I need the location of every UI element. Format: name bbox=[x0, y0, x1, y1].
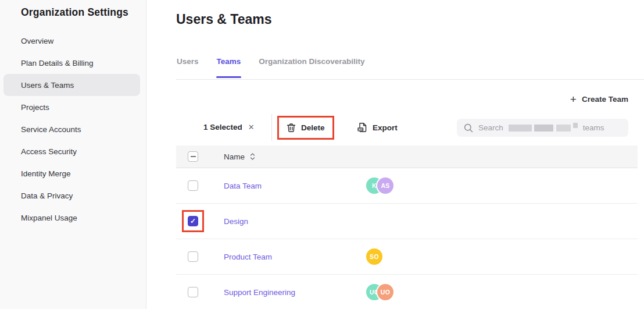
sidebar: Organization Settings OverviewPlan Detai… bbox=[0, 0, 146, 309]
sidebar-item-access-security[interactable]: Access Security bbox=[3, 140, 140, 162]
name-column-header: Name bbox=[224, 152, 245, 161]
sidebar-item-users-teams[interactable]: Users & Teams bbox=[3, 74, 140, 96]
row-checkbox[interactable] bbox=[188, 180, 198, 191]
row-checkbox[interactable] bbox=[188, 287, 198, 297]
clear-selection-icon[interactable]: ✕ bbox=[248, 123, 255, 132]
plus-icon: + bbox=[570, 95, 577, 104]
table-row: Data TeamKAS bbox=[176, 168, 638, 204]
sidebar-title: Organization Settings bbox=[0, 0, 146, 19]
csv-file-icon: csv bbox=[357, 122, 367, 133]
sidebar-item-label: Users & Teams bbox=[21, 81, 74, 90]
checkbox-cell bbox=[176, 251, 210, 262]
sidebar-item-label: Projects bbox=[21, 103, 49, 112]
selected-count: 1 Selected bbox=[203, 123, 242, 132]
export-button[interactable]: csv Export bbox=[350, 118, 405, 137]
main-content: Users & Teams UsersTeamsOrganization Dis… bbox=[146, 0, 644, 309]
sidebar-item-projects[interactable]: Projects bbox=[3, 96, 140, 118]
table-row: Design bbox=[176, 204, 638, 239]
sidebar-item-label: Identity Merge bbox=[21, 169, 71, 178]
tab-teams[interactable]: Teams bbox=[216, 57, 242, 79]
team-name-link[interactable]: Data Team bbox=[224, 182, 262, 190]
checkbox-cell bbox=[176, 216, 210, 226]
member-avatars: SO bbox=[366, 248, 382, 265]
delete-button[interactable]: Delete bbox=[279, 118, 332, 138]
redacted-text bbox=[509, 123, 578, 133]
sidebar-item-service-accounts[interactable]: Service Accounts bbox=[3, 118, 140, 140]
checkbox-cell bbox=[176, 180, 210, 191]
team-name-cell: Data Team bbox=[210, 182, 366, 190]
sidebar-nav: OverviewPlan Details & BillingUsers & Te… bbox=[3, 30, 140, 229]
create-team-button[interactable]: + Create Team bbox=[570, 95, 628, 104]
toolbar-divider bbox=[271, 114, 272, 141]
delete-annotation-box: Delete bbox=[277, 116, 334, 140]
member-avatars: KAS bbox=[366, 177, 393, 194]
team-name-cell: Support Engineering bbox=[210, 288, 366, 297]
tab-users[interactable]: Users bbox=[176, 57, 199, 79]
sidebar-item-label: Overview bbox=[21, 37, 53, 45]
sidebar-item-label: Plan Details & Billing bbox=[21, 59, 94, 68]
search-input[interactable]: Search teams bbox=[457, 119, 628, 137]
sidebar-item-data-privacy[interactable]: Data & Privacy bbox=[3, 184, 140, 207]
create-team-label: Create Team bbox=[582, 95, 628, 104]
search-placeholder-suffix: teams bbox=[583, 123, 604, 132]
table-row: Product TeamSO bbox=[176, 239, 638, 275]
teams-table: Name Data TeamKASDesignProduct TeamSOSup… bbox=[176, 145, 638, 309]
row-checkbox[interactable] bbox=[188, 251, 198, 262]
sort-icon[interactable] bbox=[250, 153, 255, 160]
page-title: Users & Teams bbox=[176, 12, 272, 27]
sidebar-item-label: Service Accounts bbox=[21, 125, 81, 134]
checkbox-annotation-box bbox=[182, 210, 204, 232]
sidebar-item-mixpanel-usage[interactable]: Mixpanel Usage bbox=[3, 207, 140, 229]
sidebar-item-overview[interactable]: Overview bbox=[3, 30, 140, 52]
checkbox-cell bbox=[176, 287, 210, 297]
team-name-cell: Design bbox=[210, 217, 366, 226]
sidebar-item-plan-details-billing[interactable]: Plan Details & Billing bbox=[3, 52, 140, 74]
table-header-row: Name bbox=[176, 145, 638, 168]
tab-bar: UsersTeamsOrganization Discoverability bbox=[176, 54, 644, 80]
svg-text:csv: csv bbox=[358, 128, 363, 131]
delete-label: Delete bbox=[301, 123, 325, 132]
export-label: Export bbox=[373, 123, 398, 132]
sidebar-item-label: Data & Privacy bbox=[21, 191, 73, 200]
member-avatar: AS bbox=[377, 177, 393, 194]
trash-icon bbox=[287, 123, 296, 133]
member-avatar: SO bbox=[366, 248, 382, 265]
row-checkbox[interactable] bbox=[188, 216, 198, 226]
table-row: Support EngineeringUOUO bbox=[176, 275, 638, 309]
member-avatar: UO bbox=[377, 284, 393, 300]
search-icon bbox=[464, 123, 473, 133]
search-placeholder-prefix: Search bbox=[478, 123, 503, 132]
sidebar-item-label: Access Security bbox=[21, 147, 77, 156]
team-name-link[interactable]: Product Team bbox=[224, 253, 272, 261]
table-body: Data TeamKASDesignProduct TeamSOSupport … bbox=[176, 168, 638, 309]
sidebar-item-identity-merge[interactable]: Identity Merge bbox=[3, 162, 140, 184]
member-avatars: UOUO bbox=[366, 284, 393, 300]
sidebar-item-label: Mixpanel Usage bbox=[21, 214, 77, 222]
team-name-cell: Product Team bbox=[210, 253, 366, 261]
tab-organization-discoverability[interactable]: Organization Discoverability bbox=[258, 57, 365, 79]
select-all-checkbox[interactable] bbox=[188, 151, 198, 162]
selection-info: 1 Selected ✕ bbox=[203, 123, 255, 132]
team-name-link[interactable]: Design bbox=[224, 217, 248, 226]
team-name-link[interactable]: Support Engineering bbox=[224, 288, 295, 297]
